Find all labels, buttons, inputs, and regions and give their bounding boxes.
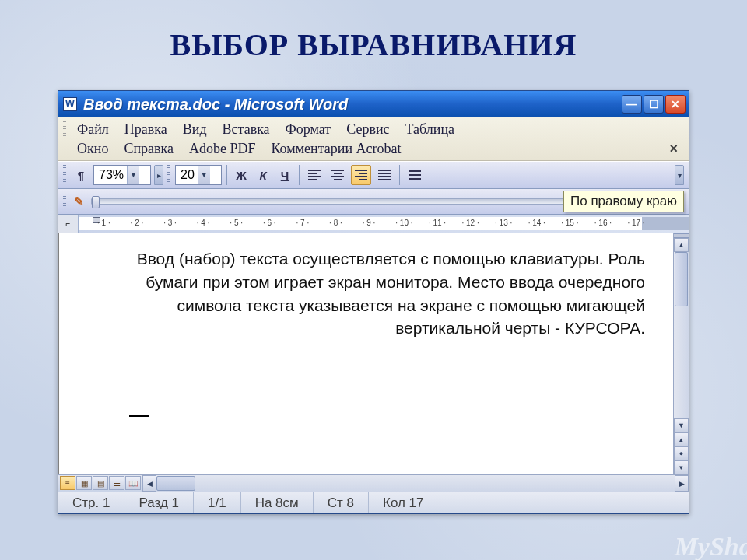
ruler-tick: · 8 · bbox=[329, 219, 342, 227]
spacing-toolbar: ✎ 0,5 По правому краю bbox=[58, 189, 689, 215]
line-spacing-icon bbox=[409, 170, 421, 180]
edit-mode-icon[interactable]: ✎ bbox=[69, 191, 88, 212]
formatting-toolbar: ¶ 73% ▼ ▸ 20 ▼ Ж К Ч ▾ bbox=[58, 161, 689, 189]
align-center-button[interactable] bbox=[328, 165, 348, 185]
bold-button[interactable]: Ж bbox=[232, 165, 251, 185]
toolbar-grip-2[interactable] bbox=[167, 165, 170, 185]
status-column: Кол 17 bbox=[369, 492, 438, 513]
font-size-combo[interactable]: 20 ▼ bbox=[175, 165, 222, 185]
vscroll-thumb[interactable] bbox=[675, 252, 688, 306]
ruler-tick: · 9 · bbox=[363, 219, 376, 227]
horizontal-scrollbar[interactable]: ◀ ▶ bbox=[142, 475, 689, 492]
menu-format[interactable]: Формат bbox=[278, 120, 339, 139]
align-left-icon bbox=[308, 170, 321, 180]
document-area: Ввод (набор) текста осуществляется с пом… bbox=[58, 233, 689, 474]
hscroll-track[interactable] bbox=[156, 475, 675, 492]
ruler-tick: · 1 · bbox=[97, 219, 110, 227]
align-justify-icon bbox=[378, 170, 391, 180]
ruler-tick: · 3 · bbox=[163, 219, 177, 227]
window-title: Ввод текста.doc - Microsoft Word bbox=[83, 96, 622, 114]
status-position: На 8см bbox=[241, 492, 314, 513]
menu-insert[interactable]: Вставка bbox=[215, 120, 278, 139]
ruler-tick: · 15 · bbox=[561, 219, 578, 227]
menu-table[interactable]: Таблица bbox=[398, 120, 462, 139]
ruler-tick: · 17 · bbox=[627, 219, 644, 227]
ruler-tick: · 6 · bbox=[263, 219, 276, 227]
menu-edit[interactable]: Правка bbox=[117, 120, 175, 139]
toolbar-overflow-2[interactable]: ▾ bbox=[675, 165, 684, 185]
align-left-button[interactable] bbox=[304, 165, 324, 185]
hscroll-thumb[interactable] bbox=[156, 476, 195, 491]
vertical-scrollbar[interactable]: ▲ ▼ ▴ ● ▾ bbox=[673, 233, 689, 474]
ruler-tick: · 11 · bbox=[429, 219, 446, 227]
document-page[interactable]: Ввод (набор) текста осуществляется с пом… bbox=[58, 233, 673, 474]
spacing-slider[interactable] bbox=[91, 198, 637, 205]
view-reading-button[interactable]: 📖 bbox=[125, 476, 141, 490]
view-web-button[interactable]: ▦ bbox=[76, 476, 92, 490]
bottom-bar: ≡ ▦ ▤ ☰ 📖 ◀ ▶ bbox=[58, 474, 689, 492]
browse-object-button[interactable]: ● bbox=[674, 446, 689, 460]
slide-title: ВЫБОР ВЫРАВНИВАНИЯ bbox=[0, 26, 747, 63]
view-outline-button[interactable]: ☰ bbox=[109, 476, 124, 490]
zoom-value: 73% bbox=[99, 168, 124, 182]
toolbar-grip-1[interactable] bbox=[63, 165, 66, 185]
word-app-icon: W bbox=[63, 97, 77, 111]
menu-view[interactable]: Вид bbox=[175, 120, 215, 139]
vscroll-track[interactable] bbox=[674, 252, 689, 418]
zoom-combo[interactable]: 73% ▼ bbox=[93, 165, 151, 185]
prev-page-button[interactable]: ▴ bbox=[674, 432, 689, 446]
scroll-right-button[interactable]: ▶ bbox=[675, 475, 689, 492]
view-mode-buttons: ≡ ▦ ▤ ☰ 📖 bbox=[58, 475, 142, 492]
ruler-tick: · 7 · bbox=[296, 219, 310, 227]
ruler-tick: · 4 · bbox=[197, 219, 210, 227]
underline-button[interactable]: Ч bbox=[275, 165, 294, 185]
toolbar-overflow-1[interactable]: ▸ bbox=[154, 165, 163, 185]
view-print-button[interactable]: ▤ bbox=[93, 476, 108, 490]
menu-acrobat-comments[interactable]: Комментарии Acrobat bbox=[264, 139, 409, 159]
scroll-left-button[interactable]: ◀ bbox=[142, 475, 156, 492]
horizontal-ruler[interactable]: · 1 ·· 2 ·· 3 ·· 4 ·· 5 ·· 6 ·· 7 ·· 8 ·… bbox=[79, 217, 689, 230]
show-formatting-button[interactable]: ¶ bbox=[72, 165, 90, 185]
scroll-down-button[interactable]: ▼ bbox=[674, 418, 689, 432]
font-size-value: 20 bbox=[181, 168, 195, 182]
status-page: Стр. 1 bbox=[58, 492, 124, 513]
view-normal-button[interactable]: ≡ bbox=[60, 476, 75, 490]
close-button[interactable]: ✕ bbox=[665, 95, 686, 114]
menu-file[interactable]: Файл bbox=[69, 120, 117, 139]
ruler-margin-area bbox=[642, 217, 689, 230]
menu-grip[interactable] bbox=[63, 121, 66, 138]
menu-service[interactable]: Сервис bbox=[338, 120, 397, 139]
toolbar-grip-3[interactable] bbox=[63, 194, 66, 209]
align-justify-button[interactable] bbox=[374, 165, 395, 185]
ruler-tick: · 2 · bbox=[131, 219, 144, 227]
minimize-button[interactable]: — bbox=[622, 95, 642, 114]
align-right-tooltip: По правому краю bbox=[563, 191, 684, 212]
document-text: Ввод (набор) текста осуществляется с пом… bbox=[137, 250, 645, 337]
menu-adobe-pdf[interactable]: Adobe PDF bbox=[181, 139, 264, 159]
toolbar-separator bbox=[226, 165, 227, 185]
align-right-button[interactable] bbox=[351, 165, 371, 185]
toolbar-separator-2 bbox=[299, 165, 300, 185]
scroll-up-button[interactable]: ▲ bbox=[674, 238, 689, 252]
ruler-corner[interactable]: ⌐ bbox=[58, 215, 79, 233]
ruler-area: ⌐ · 1 ·· 2 ·· 3 ·· 4 ·· 5 ·· 6 ·· 7 ·· 8… bbox=[58, 215, 689, 233]
titlebar: W Ввод текста.doc - Microsoft Word — ☐ ✕ bbox=[58, 91, 689, 117]
line-spacing-button[interactable] bbox=[405, 165, 425, 185]
italic-button[interactable]: К bbox=[254, 165, 272, 185]
menu-window[interactable]: Окно bbox=[69, 139, 116, 159]
statusbar: Стр. 1 Разд 1 1/1 На 8см Ст 8 Кол 17 bbox=[58, 492, 689, 513]
next-page-button[interactable]: ▾ bbox=[674, 460, 689, 474]
menubar-real: Файл Правка Вид Вставка Формат Сервис Та… bbox=[58, 117, 689, 161]
menu-help[interactable]: Справка bbox=[116, 139, 181, 159]
ruler-tick: · 12 · bbox=[461, 219, 479, 227]
ruler-tick: · 16 · bbox=[594, 219, 612, 227]
zoom-dropdown-icon[interactable]: ▼ bbox=[127, 166, 139, 184]
align-right-icon bbox=[355, 170, 367, 180]
ruler-tick: · 14 · bbox=[528, 219, 545, 227]
maximize-button[interactable]: ☐ bbox=[644, 95, 664, 114]
document-close-button[interactable]: × bbox=[663, 141, 684, 157]
font-size-dropdown-icon[interactable]: ▼ bbox=[198, 166, 210, 184]
status-pages: 1/1 bbox=[194, 492, 241, 513]
spacing-slider-thumb[interactable] bbox=[92, 196, 100, 208]
ruler-tick: · 5 · bbox=[230, 219, 243, 227]
